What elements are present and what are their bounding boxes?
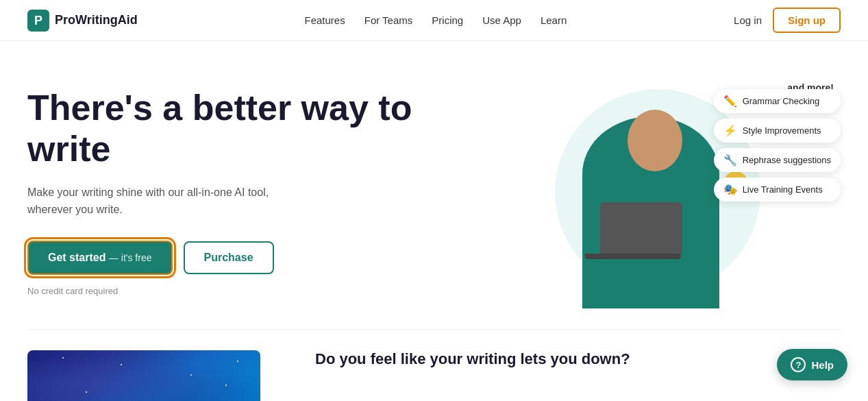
- training-label: Live Training Events: [743, 184, 823, 195]
- help-label: Help: [811, 359, 834, 371]
- nav-for-teams[interactable]: For Teams: [364, 14, 413, 26]
- logo-text: ProWritingAid: [55, 13, 138, 27]
- style-icon: ⚡: [723, 124, 737, 137]
- bottom-title: Do you feel like your writing lets you d…: [315, 350, 630, 368]
- laptop-shape: [600, 202, 682, 254]
- grammar-label: Grammar Checking: [743, 96, 820, 106]
- person-head: [628, 110, 682, 171]
- style-label: Style Improvements: [743, 125, 821, 136]
- feature-card-grammar: ✏️ Grammar Checking: [714, 89, 841, 113]
- starry-dots: [27, 350, 260, 401]
- feature-card-style: ⚡ Style Improvements: [714, 119, 841, 143]
- bottom-section: Do you feel like your writing lets you d…: [0, 330, 868, 401]
- hero-title: There's a better way to write: [27, 88, 447, 170]
- purchase-button[interactable]: Purchase: [184, 241, 274, 274]
- get-started-button[interactable]: Get started — it's free: [27, 241, 173, 275]
- logo-icon: P: [27, 10, 49, 32]
- navbar: P ProWritingAid Features For Teams Prici…: [0, 0, 868, 41]
- free-tag: — it's free: [109, 252, 152, 263]
- rephrase-label: Rephrase suggestions: [743, 155, 831, 165]
- login-link[interactable]: Log in: [734, 14, 762, 26]
- feature-cards: ✏️ Grammar Checking ⚡ Style Improvements…: [714, 89, 841, 202]
- hero-content: There's a better way to write Make your …: [27, 88, 475, 296]
- laptop-base: [585, 254, 681, 259]
- training-icon: 🎭: [723, 183, 737, 196]
- hero-subtitle: Make your writing shine with our all-in-…: [27, 184, 315, 219]
- starry-night-image: [27, 350, 260, 401]
- feature-card-training: 🎭 Live Training Events: [714, 178, 841, 202]
- signup-button[interactable]: Sign up: [773, 8, 841, 33]
- nav-pricing[interactable]: Pricing: [432, 14, 463, 26]
- no-credit-text: No credit card required: [27, 286, 447, 296]
- logo-link[interactable]: P ProWritingAid: [27, 10, 138, 32]
- svg-text:P: P: [34, 14, 42, 27]
- grammar-icon: ✏️: [723, 95, 737, 108]
- nav-links: Features For Teams Pricing Use App Learn: [305, 14, 567, 26]
- nav-actions: Log in Sign up: [734, 8, 841, 33]
- rephrase-icon: 🔧: [723, 154, 737, 167]
- bottom-text: Do you feel like your writing lets you d…: [315, 350, 630, 368]
- nav-learn[interactable]: Learn: [541, 14, 567, 26]
- feature-card-rephrase: 🔧 Rephrase suggestions: [714, 148, 841, 172]
- get-started-label: Get started: [48, 252, 106, 263]
- nav-features[interactable]: Features: [305, 14, 345, 26]
- hero-visual: ⭐ ...and more! ↩ ✏️ Grammar Checking ⚡ S…: [475, 75, 841, 308]
- help-icon: ?: [791, 357, 806, 372]
- hero-buttons: Get started — it's free Purchase: [27, 241, 447, 275]
- hero-section: There's a better way to write Make your …: [0, 41, 868, 329]
- nav-use-app[interactable]: Use App: [482, 14, 521, 26]
- help-button[interactable]: ? Help: [777, 349, 847, 380]
